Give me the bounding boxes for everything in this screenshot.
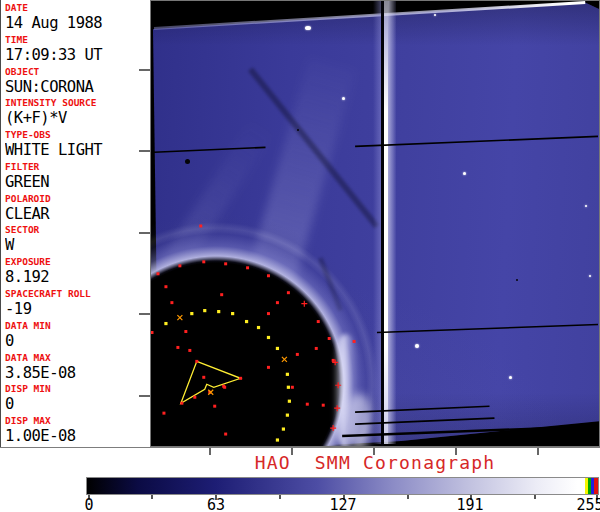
- red-fiducial-dot: [178, 264, 181, 267]
- red-cross-marker: [330, 425, 336, 431]
- red-fiducial-dot: [291, 386, 294, 389]
- orange-x-markers: [177, 315, 287, 395]
- field-disp-min: DISP MIN0: [5, 383, 149, 415]
- app-window: { "sidebar": { "label_color": "#ee1111",…: [0, 0, 600, 512]
- field-value: 8.192: [5, 268, 149, 286]
- red-fiducial-dot: [267, 274, 270, 277]
- field-label: TYPE-OBS: [5, 129, 149, 141]
- colorbar-tick-label: 63: [207, 496, 225, 512]
- field-object: OBJECTSUN:CORONA: [5, 66, 149, 98]
- red-fiducial-dot: [151, 331, 153, 334]
- red-fiducial-dot: [267, 312, 270, 315]
- colorbar: [86, 477, 599, 495]
- red-fiducial-dot: [296, 353, 299, 356]
- field-value: (K+F)*V: [5, 109, 149, 127]
- yellow-fiducial-dot: [276, 347, 279, 350]
- field-label: DATA MAX: [5, 352, 149, 364]
- red-fiducial-dot: [193, 396, 196, 399]
- yellow-fiducial-dot: [164, 322, 167, 325]
- red-fiducial-dot: [162, 412, 165, 415]
- field-label: INTENSITY SOURCE: [5, 97, 149, 109]
- y-axis-tick: [139, 313, 150, 315]
- dropout-lines: [154, 136, 598, 436]
- red-fiducial-dots: [151, 224, 356, 435]
- field-exposure: EXPOSURE8.192: [5, 256, 149, 288]
- field-label: DISP MAX: [5, 415, 149, 427]
- y-axis-tick: [139, 395, 150, 397]
- red-fiducial-dot: [184, 330, 187, 333]
- field-value: WHITE LIGHT: [5, 141, 149, 159]
- field-label: DATA MIN: [5, 320, 149, 332]
- red-fiducial-dot: [188, 349, 191, 352]
- red-fiducial-dot: [195, 360, 198, 363]
- colorbar-tick-label: 255: [576, 496, 600, 512]
- field-filter: FILTERGREEN: [5, 161, 149, 193]
- red-fiducial-dot: [315, 347, 318, 350]
- field-intensity-source: INTENSITY SOURCE(K+F)*V: [5, 97, 149, 129]
- field-polaroid: POLAROIDCLEAR: [5, 193, 149, 225]
- red-cross-markers: [301, 301, 341, 431]
- y-axis-tick: [139, 69, 150, 71]
- yellow-fiducial-dot: [276, 438, 279, 441]
- colorbar-minor-tick: [151, 495, 153, 499]
- red-fiducial-dot: [332, 359, 335, 362]
- yellow-fiducial-dot: [287, 386, 290, 389]
- yellow-fiducial-dot: [286, 414, 289, 417]
- field-spacecraft-roll: SPACECRAFT ROLL-19: [5, 288, 149, 320]
- red-fiducial-dot: [328, 337, 331, 340]
- field-value: 0: [5, 395, 149, 413]
- field-type-obs: TYPE-OBSWHITE LIGHT: [5, 129, 149, 161]
- field-time: TIME17:09:33 UT: [5, 34, 149, 66]
- colorbar-annotation-stripe: [594, 478, 598, 494]
- image-title: HAO SMM Coronagraph: [150, 452, 600, 473]
- field-label: SPACECRAFT ROLL: [5, 288, 149, 300]
- field-label: OBJECT: [5, 66, 149, 78]
- overlay-polygon: [181, 361, 241, 403]
- field-value: 1.00E-08: [5, 427, 149, 445]
- yellow-fiducial-dot: [190, 312, 193, 315]
- field-label: FILTER: [5, 161, 149, 173]
- red-fiducial-dot: [202, 376, 205, 379]
- field-value: W: [5, 236, 149, 254]
- red-fiducial-dot: [239, 377, 242, 380]
- yellow-fiducial-dot: [245, 320, 248, 323]
- red-fiducial-dot: [224, 433, 227, 436]
- red-fiducial-dot: [202, 260, 205, 263]
- field-disp-max: DISP MAX1.00E-08: [5, 415, 149, 447]
- red-fiducial-dot: [306, 403, 309, 406]
- orange-x-marker: [282, 357, 287, 362]
- yellow-fiducial-dot: [217, 310, 220, 313]
- field-value: 17:09:33 UT: [5, 46, 149, 64]
- red-fiducial-dot: [276, 301, 279, 304]
- red-fiducial-dot: [353, 340, 356, 343]
- yellow-fiducial-dots: [164, 309, 291, 442]
- red-fiducial-dot: [180, 402, 183, 405]
- red-cross-marker: [301, 301, 307, 307]
- colorbar-tick-label: 0: [84, 496, 93, 512]
- red-fiducial-dot: [317, 320, 320, 323]
- field-value: CLEAR: [5, 205, 149, 223]
- yellow-fiducial-dot: [231, 312, 234, 315]
- colorbar-minor-tick: [407, 495, 409, 499]
- red-cross-marker: [335, 382, 341, 388]
- field-value: SUN:CORONA: [5, 78, 149, 96]
- field-label: TIME: [5, 34, 149, 46]
- colorbar-minor-tick: [534, 495, 536, 499]
- red-fiducial-dot: [267, 366, 270, 369]
- field-data-max: DATA MAX3.85E-08: [5, 352, 149, 384]
- red-fiducial-dot: [164, 285, 167, 288]
- red-fiducial-dot: [170, 301, 173, 304]
- red-fiducial-dot: [156, 272, 159, 275]
- colorbar-tick-label: 191: [456, 496, 483, 512]
- red-fiducial-dot: [199, 224, 202, 227]
- field-date: DATE14 Aug 1988: [5, 2, 149, 34]
- y-axis-tick: [139, 150, 150, 152]
- field-label: EXPOSURE: [5, 256, 149, 268]
- yellow-fiducial-dot: [282, 427, 285, 430]
- yellow-fiducial-dot: [203, 309, 206, 312]
- field-label: DATE: [5, 2, 149, 14]
- field-value: 0: [5, 332, 149, 350]
- yellow-fiducial-dot: [288, 400, 291, 403]
- field-data-min: DATA MIN0: [5, 320, 149, 352]
- field-sector: SECTORW: [5, 224, 149, 256]
